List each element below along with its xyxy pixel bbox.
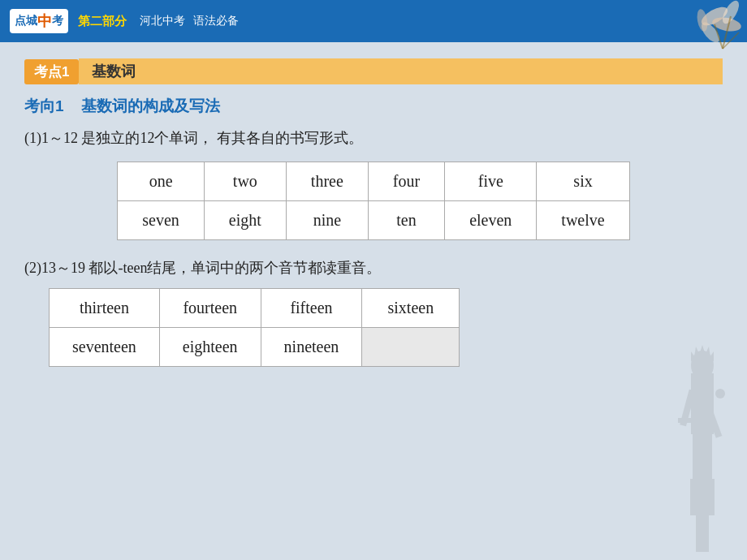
table-cell: nine bbox=[286, 200, 368, 239]
kaodian-title: 基数词 bbox=[79, 58, 723, 84]
nav-item-2: 语法必备 bbox=[193, 14, 239, 28]
table-cell: thirteen bbox=[50, 288, 160, 327]
kaodian-bar: 考点1 基数词 bbox=[24, 58, 723, 84]
svg-rect-21 bbox=[678, 418, 693, 423]
table-cell: twelve bbox=[537, 200, 629, 239]
table-cell: seven bbox=[118, 200, 205, 239]
header-bar: 点城 中 考 第二部分 河北中考 语法必备 bbox=[0, 0, 747, 42]
table-cell: one bbox=[118, 162, 205, 200]
table-cell bbox=[362, 327, 460, 366]
paragraph-2: (2)13～19 都以-teen结尾，单词中的两个音节都读重音。 bbox=[24, 256, 723, 280]
paragraph-1: (1)1～12 是独立的12个单词， 有其各自的书写形式。 bbox=[24, 127, 723, 150]
svg-rect-9 bbox=[690, 479, 715, 515]
table-cell: six bbox=[537, 162, 629, 200]
table-cell: five bbox=[445, 162, 537, 200]
kaodian-tag: 考点1 bbox=[24, 59, 79, 84]
kaoxiang-title: 基数词的构成及写法 bbox=[81, 97, 220, 114]
numbers-table-1: onetwothreefourfivesixseveneightninetene… bbox=[117, 162, 629, 240]
svg-point-12 bbox=[715, 389, 725, 398]
table-cell: eighteen bbox=[159, 327, 261, 366]
table-cell: three bbox=[286, 162, 368, 200]
nav-item-1: 河北中考 bbox=[140, 14, 185, 28]
logo: 点城 中 考 bbox=[10, 9, 68, 33]
logo-zhong: 中 bbox=[37, 11, 52, 31]
logo-dian: 点城 bbox=[15, 14, 37, 28]
nav-highlight: 第二部分 bbox=[78, 14, 127, 29]
table-cell: seventeen bbox=[50, 327, 160, 366]
table-cell: four bbox=[368, 162, 444, 200]
table-cell: sixteen bbox=[362, 288, 460, 327]
svg-rect-10 bbox=[693, 430, 712, 483]
table-cell: eight bbox=[204, 200, 286, 239]
table-cell: two bbox=[204, 162, 286, 200]
kaoxiang-heading: 考向1 基数词的构成及写法 bbox=[24, 96, 723, 117]
table-cell: eleven bbox=[445, 200, 537, 239]
logo-kao: 考 bbox=[52, 14, 63, 28]
numbers-table-2: thirteenfourteenfifteensixteenseventeene… bbox=[49, 288, 460, 367]
main-content: 考点1 基数词 考向1 基数词的构成及写法 (1)1～12 是独立的12个单词，… bbox=[0, 42, 747, 383]
svg-rect-8 bbox=[696, 511, 709, 552]
table-cell: fourteen bbox=[159, 288, 261, 327]
kaoxiang-number: 考向1 bbox=[24, 97, 64, 114]
table-cell: ten bbox=[368, 200, 444, 239]
table-cell: nineteen bbox=[261, 327, 362, 366]
table-cell: fifteen bbox=[261, 288, 362, 327]
